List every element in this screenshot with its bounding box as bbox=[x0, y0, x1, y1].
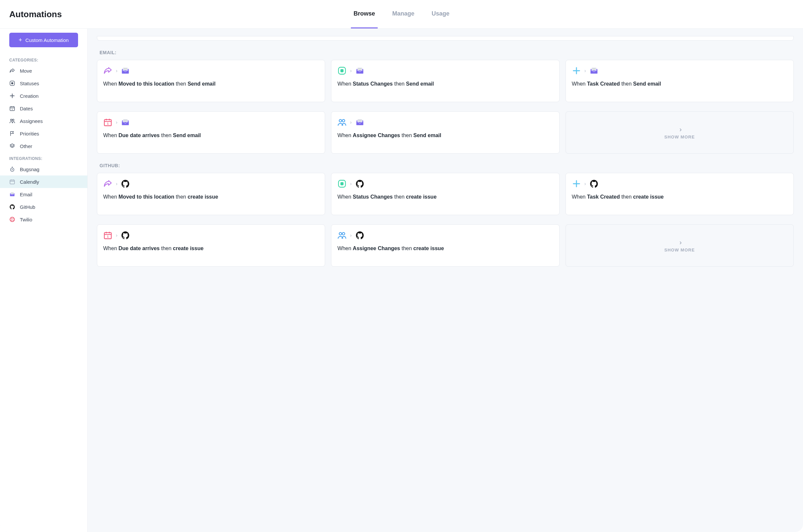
sidebar-item-label: Statuses bbox=[20, 81, 39, 86]
action-label: Send email bbox=[633, 81, 661, 87]
action-label: create issue bbox=[414, 246, 444, 251]
then-text: then bbox=[620, 81, 633, 87]
when-text: When bbox=[103, 133, 118, 138]
show-more-button[interactable]: ››SHOW MORE bbox=[566, 224, 794, 267]
action-label: create issue bbox=[406, 194, 437, 200]
github-icon bbox=[121, 231, 130, 240]
card-description: When Status Changes then Send email bbox=[337, 80, 553, 88]
automation-card[interactable]: ››When Status Changes then create issue bbox=[331, 173, 559, 215]
tab-usage[interactable]: Usage bbox=[429, 0, 452, 28]
trigger-label: Task Created bbox=[587, 81, 620, 87]
automation-card[interactable]: ››When Assignee Changes then create issu… bbox=[331, 224, 559, 267]
bugsnag-icon bbox=[9, 166, 15, 172]
automation-card[interactable]: ››When Task Created then create issue bbox=[566, 173, 794, 215]
when-text: When bbox=[337, 81, 352, 87]
plus-cross-icon bbox=[9, 93, 15, 99]
github-icon bbox=[121, 179, 130, 188]
flag-icon bbox=[9, 131, 15, 136]
when-text: When bbox=[103, 246, 118, 251]
card-icon-row: ›› bbox=[337, 66, 553, 75]
sidebar-item-statuses[interactable]: Statuses bbox=[0, 77, 87, 90]
trigger-label: Moved to this location bbox=[118, 194, 174, 200]
action-label: Send email bbox=[173, 133, 201, 138]
plus-cross-icon bbox=[572, 179, 581, 188]
card-grid: ››When Due date arrives then Send email›… bbox=[97, 111, 794, 154]
sidebar-item-email[interactable]: Email bbox=[0, 188, 87, 201]
card-description: When Task Created then create issue bbox=[572, 193, 787, 201]
action-label: Send email bbox=[414, 133, 441, 138]
when-text: When bbox=[337, 194, 352, 200]
sidebar-item-other[interactable]: Other bbox=[0, 140, 87, 152]
when-text: When bbox=[337, 246, 352, 251]
automation-card[interactable]: ››When Status Changes then Send email bbox=[331, 60, 559, 102]
automation-card[interactable]: ››When Task Created then Send email bbox=[566, 60, 794, 102]
sidebar-item-label: GitHub bbox=[20, 204, 35, 210]
card-description: When Task Created then Send email bbox=[572, 80, 787, 88]
sidebar-item-bugsnag[interactable]: Bugsnag bbox=[0, 163, 87, 175]
trigger-label: Due date arrives bbox=[118, 246, 160, 251]
share-arrow-icon bbox=[103, 179, 112, 188]
email-icon bbox=[121, 66, 130, 75]
automation-card[interactable]: ››When Assignee Changes then Send email bbox=[331, 111, 559, 154]
twilio-icon bbox=[9, 216, 15, 222]
section-heading-github: GITHUB: bbox=[99, 163, 794, 168]
automation-card[interactable]: ››When Due date arrives then Send email bbox=[97, 111, 325, 154]
top-bar: Automations BrowseManageUsage bbox=[0, 0, 803, 29]
tab-manage[interactable]: Manage bbox=[389, 0, 417, 28]
partial-card-top bbox=[97, 36, 794, 41]
email-icon bbox=[589, 66, 599, 75]
chevron-right-icon: ›› bbox=[116, 120, 116, 125]
custom-automation-button[interactable]: + Custom Automation bbox=[9, 33, 78, 47]
sidebar-item-github[interactable]: GitHub bbox=[0, 201, 87, 213]
show-more-button[interactable]: ››SHOW MORE bbox=[566, 111, 794, 154]
chevron-right-icon: ›› bbox=[116, 68, 116, 73]
trigger-label: Moved to this location bbox=[118, 81, 174, 87]
sidebar-item-assignees[interactable]: Assignees bbox=[0, 115, 87, 127]
sidebar-item-twilio[interactable]: Twilio bbox=[0, 213, 87, 226]
card-icon-row: ›› bbox=[103, 179, 319, 188]
chevron-right-icon: ›› bbox=[116, 181, 116, 186]
main-content: EMAIL:››When Moved to this location then… bbox=[88, 29, 803, 532]
action-label: create issue bbox=[187, 194, 218, 200]
tab-browse[interactable]: Browse bbox=[351, 0, 378, 28]
chevron-right-icon: ›› bbox=[679, 239, 680, 246]
action-label: create issue bbox=[633, 194, 664, 200]
card-icon-row: ›› bbox=[103, 118, 319, 127]
automation-card[interactable]: ››When Moved to this location then creat… bbox=[97, 173, 325, 215]
chevron-right-icon: ›› bbox=[584, 181, 585, 186]
sidebar-item-label: Assignees bbox=[20, 118, 43, 124]
trigger-label: Assignee Changes bbox=[353, 133, 400, 138]
trigger-label: Status Changes bbox=[353, 194, 393, 200]
then-text: then bbox=[400, 246, 414, 251]
automation-card[interactable]: ››When Moved to this location then Send … bbox=[97, 60, 325, 102]
when-text: When bbox=[103, 194, 118, 200]
when-text: When bbox=[337, 133, 352, 138]
sidebar-item-move[interactable]: Move bbox=[0, 64, 87, 77]
then-text: then bbox=[400, 133, 414, 138]
tab-label: Manage bbox=[392, 10, 414, 17]
sidebar-item-label: Email bbox=[20, 192, 32, 197]
tab-label: Usage bbox=[432, 10, 450, 17]
chevron-right-icon: ›› bbox=[679, 126, 680, 133]
sidebar: + Custom Automation CATEGORIES: MoveStat… bbox=[0, 29, 88, 532]
sidebar-item-creation[interactable]: Creation bbox=[0, 90, 87, 102]
action-label: create issue bbox=[173, 246, 204, 251]
integrations-heading: INTEGRATIONS: bbox=[0, 152, 87, 163]
then-text: then bbox=[174, 81, 187, 87]
then-text: then bbox=[393, 194, 406, 200]
automation-card[interactable]: ››When Due date arrives then create issu… bbox=[97, 224, 325, 267]
status-square-icon bbox=[337, 66, 347, 75]
sidebar-item-label: Move bbox=[20, 68, 32, 74]
card-icon-row: ›› bbox=[103, 66, 319, 75]
when-text: When bbox=[572, 81, 587, 87]
calendly-icon bbox=[9, 179, 15, 185]
sidebar-item-label: Calendly bbox=[20, 179, 39, 185]
sidebar-item-calendly[interactable]: Calendly bbox=[0, 175, 87, 188]
custom-automation-label: Custom Automation bbox=[25, 37, 69, 43]
then-text: then bbox=[160, 246, 173, 251]
sidebar-item-dates[interactable]: Dates bbox=[0, 102, 87, 115]
calendar-icon bbox=[9, 106, 15, 111]
status-square-icon bbox=[9, 80, 15, 86]
categories-heading: CATEGORIES: bbox=[0, 54, 87, 64]
sidebar-item-priorities[interactable]: Priorities bbox=[0, 127, 87, 140]
